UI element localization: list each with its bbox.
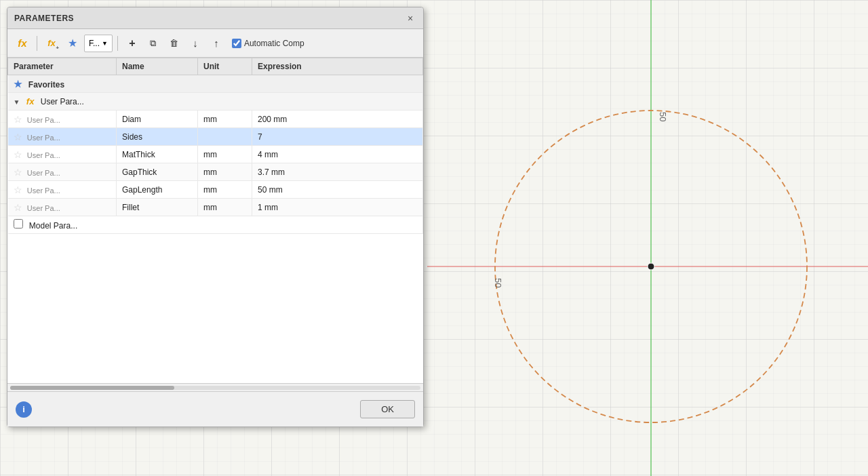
svg-point-5: [648, 263, 654, 270]
favorites-label: Favorites: [28, 80, 64, 90]
horizontal-scrollbar[interactable]: [7, 383, 423, 391]
table-row[interactable]: ☆ User Pa... MatThick mm 4 mm: [8, 146, 423, 163]
scrollbar-thumb[interactable]: [10, 386, 174, 390]
row-star-icon[interactable]: ☆: [14, 202, 22, 213]
import-button[interactable]: ↓: [186, 34, 205, 53]
copy-icon: ⧉: [150, 38, 156, 49]
parameters-table: Parameter Name Unit Expression ★ Favorit…: [7, 58, 423, 234]
toolbar-separator-1: [37, 36, 37, 51]
row-param-gaplength: ☆ User Pa...: [8, 181, 117, 199]
table-header-row: Parameter Name Unit Expression: [8, 58, 423, 75]
row-prefix: User Pa...: [27, 169, 60, 177]
toolbar-separator-2: [117, 36, 118, 51]
collapse-icon[interactable]: ▼: [14, 98, 22, 106]
formula-button[interactable]: fx: [13, 34, 32, 53]
row-unit-gapthick: mm: [198, 163, 252, 181]
row-unit-fillet: mm: [198, 199, 252, 216]
row-prefix: User Pa...: [27, 204, 60, 212]
col-parameter: Parameter: [8, 58, 117, 75]
row-param-diam: ☆ User Pa...: [8, 111, 117, 128]
col-unit: Unit: [198, 58, 252, 75]
row-param-fillet: ☆ User Pa...: [8, 199, 117, 216]
row-expr-fillet: 1 mm: [252, 199, 423, 216]
delete-icon: 🗑: [170, 38, 178, 48]
auto-comp-label[interactable]: Automatic Comp: [232, 39, 304, 48]
table-row[interactable]: ☆ User Pa... Fillet mm 1 mm: [8, 199, 423, 216]
table-row[interactable]: ☆ User Pa... Diam mm 200 mm: [8, 111, 423, 128]
row-name-fillet: Fillet: [117, 199, 198, 216]
user-params-label: User Para...: [41, 97, 84, 106]
parameters-table-container[interactable]: Parameter Name Unit Expression ★ Favorit…: [7, 58, 423, 383]
auto-comp-checkbox[interactable]: [232, 39, 241, 48]
export-button[interactable]: ↑: [207, 34, 226, 53]
row-star-icon[interactable]: ☆: [14, 149, 22, 160]
export-icon: ↑: [214, 37, 219, 49]
row-prefix: User Pa...: [27, 116, 60, 124]
dialog-footer: i OK: [7, 391, 423, 427]
col-name: Name: [117, 58, 198, 75]
import-icon: ↓: [193, 37, 198, 49]
model-params-row[interactable]: Model Para...: [8, 216, 423, 234]
row-unit-gaplength: mm: [198, 181, 252, 199]
parameters-dialog: PARAMETERS × fx fx + ★ F... ▼ + ⧉ 🗑 ↓: [7, 7, 424, 427]
row-expr-gapthick: 3.7 mm: [252, 163, 423, 181]
row-param-matthick: ☆ User Pa...: [8, 146, 117, 163]
formula-sub-button[interactable]: fx +: [42, 34, 61, 53]
favorites-row[interactable]: ★ Favorites: [8, 75, 423, 93]
row-star-icon[interactable]: ☆: [14, 114, 22, 125]
row-name-sides: Sides: [117, 128, 198, 146]
formula-sub-icon: fx: [47, 38, 56, 48]
row-unit-matthick: mm: [198, 146, 252, 163]
dialog-title: PARAMETERS: [14, 14, 74, 23]
add-button[interactable]: +: [123, 34, 142, 53]
row-unit-diam: mm: [198, 111, 252, 128]
row-name-diam: Diam: [117, 111, 198, 128]
row-name-gaplength: GapLength: [117, 181, 198, 199]
dialog-titlebar: PARAMETERS ×: [7, 7, 423, 29]
row-param-gapthick: ☆ User Pa...: [8, 163, 117, 181]
row-name-gapthick: GapThick: [117, 163, 198, 181]
model-params-label: Model Para...: [29, 221, 77, 231]
star-icon: ★: [68, 37, 77, 49]
info-button[interactable]: i: [16, 401, 32, 418]
model-params-cell: Model Para...: [8, 216, 423, 234]
cad-label-50-v: 50: [658, 112, 668, 121]
close-button[interactable]: ×: [404, 12, 416, 24]
model-params-checkbox[interactable]: [14, 219, 23, 229]
row-star-icon[interactable]: ☆: [14, 132, 22, 142]
table-row[interactable]: ☆ User Pa... GapLength mm 50 mm: [8, 181, 423, 199]
ok-button[interactable]: OK: [360, 400, 415, 418]
row-expr-diam: 200 mm: [252, 111, 423, 128]
delete-button[interactable]: 🗑: [165, 34, 184, 53]
row-star-icon[interactable]: ☆: [14, 167, 22, 178]
copy-button[interactable]: ⧉: [144, 34, 163, 53]
auto-comp-text: Automatic Comp: [244, 39, 304, 48]
row-expr-gaplength: 50 mm: [252, 181, 423, 199]
formula-icon: fx: [18, 37, 26, 49]
row-expr-matthick: 4 mm: [252, 146, 423, 163]
toolbar: fx fx + ★ F... ▼ + ⧉ 🗑 ↓ ↑: [7, 29, 423, 58]
table-row[interactable]: ☆ User Pa... Sides 7: [8, 128, 423, 146]
row-name-matthick: MatThick: [117, 146, 198, 163]
user-params-header-cell: ▼ fx User Para...: [8, 93, 423, 111]
row-expr-sides: 7: [252, 128, 423, 146]
favorites-button[interactable]: ★: [63, 34, 82, 53]
favorites-star-icon[interactable]: ★: [14, 79, 22, 90]
chevron-down-icon: ▼: [102, 40, 108, 47]
row-param-sides: ☆ User Pa...: [8, 128, 117, 146]
user-params-header-row[interactable]: ▼ fx User Para...: [8, 93, 423, 111]
cad-label-50-h: 50: [493, 278, 503, 287]
table-row[interactable]: ☆ User Pa... GapThick mm 3.7 mm: [8, 163, 423, 181]
filter-button[interactable]: F... ▼: [84, 35, 113, 52]
row-prefix: User Pa...: [27, 186, 60, 195]
row-star-icon[interactable]: ☆: [14, 184, 22, 195]
scrollbar-track[interactable]: [10, 386, 420, 390]
row-prefix: User Pa...: [27, 134, 60, 142]
add-icon: +: [129, 37, 135, 49]
fx-section-icon: fx: [26, 96, 35, 106]
row-unit-sides: [198, 128, 252, 146]
col-expression: Expression: [252, 58, 423, 75]
favorites-cell: ★ Favorites: [8, 75, 423, 93]
row-prefix: User Pa...: [27, 151, 60, 159]
filter-label: F...: [89, 39, 100, 48]
